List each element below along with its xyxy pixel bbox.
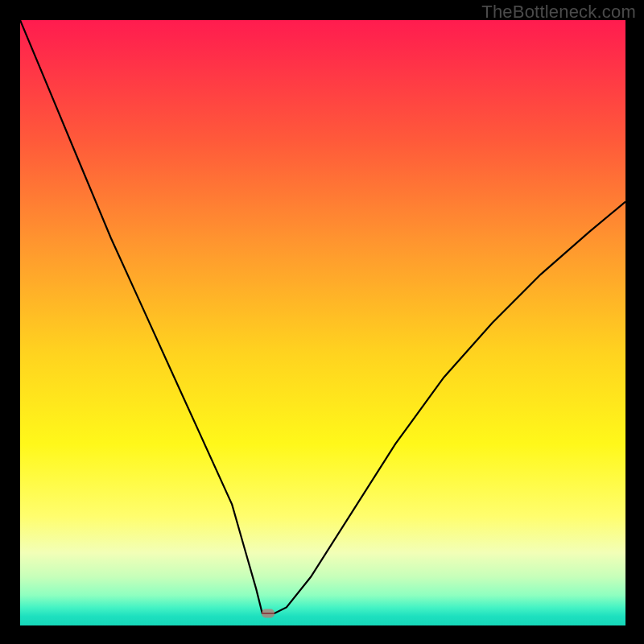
watermark-label: TheBottleneck.com (481, 2, 636, 23)
chart-frame: TheBottleneck.com (0, 0, 644, 644)
min-marker (262, 609, 275, 617)
curve-svg (20, 20, 625, 625)
curve-path (20, 20, 625, 613)
plot-area (20, 20, 625, 625)
